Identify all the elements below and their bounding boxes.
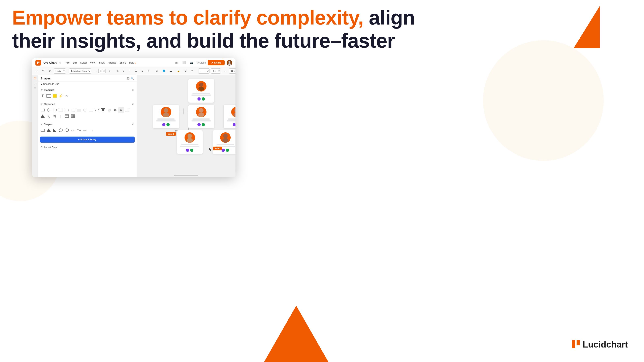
fc-rect2[interactable]: [58, 107, 64, 113]
menu-help[interactable]: Help ●: [129, 61, 136, 64]
underline-btn[interactable]: U: [127, 68, 132, 74]
menu-arrange[interactable]: Arrange: [108, 61, 116, 64]
lock-btn[interactable]: 🔒: [175, 68, 182, 74]
monitor-icon[interactable]: ⬜: [181, 60, 187, 65]
camera-icon[interactable]: 📷: [189, 60, 194, 65]
fc-table2[interactable]: [70, 113, 76, 119]
fc-rect3[interactable]: [70, 107, 76, 113]
menu-edit[interactable]: Edit: [73, 61, 77, 64]
fc-rect4[interactable]: [76, 107, 82, 113]
redo-btn[interactable]: ↪: [40, 68, 46, 74]
undo-btn[interactable]: ↩: [34, 68, 39, 74]
fc-diamond[interactable]: [46, 107, 52, 113]
flowchart-close-icon[interactable]: ✕: [132, 103, 134, 106]
s-pentagon[interactable]: [58, 127, 64, 133]
ceo-badge-2: [202, 97, 205, 100]
fc-rect6[interactable]: [124, 107, 130, 113]
shape-text[interactable]: T: [40, 93, 46, 99]
standard-section-header[interactable]: ▼ Standard ✕: [38, 88, 137, 92]
fc-triangle[interactable]: [100, 107, 106, 113]
svg-point-29: [163, 113, 169, 117]
fc-x-circle[interactable]: ⊗: [118, 107, 124, 113]
s-rect[interactable]: [40, 127, 46, 133]
fill-btn[interactable]: 🪣: [160, 68, 167, 74]
font-select[interactable]: Liberation Sans: [69, 68, 91, 74]
emp2-node[interactable]: [212, 130, 236, 154]
import-data-row[interactable]: ↧ Import Data: [38, 144, 137, 150]
flowchart-section-header[interactable]: ▼ Flowchart ✕: [38, 102, 137, 106]
shape-library-button[interactable]: + Shape Library: [40, 137, 135, 143]
user-avatar[interactable]: [226, 60, 232, 65]
emp2-badge-2: [226, 149, 229, 152]
line-weight-select[interactable]: 1 px: [211, 68, 221, 74]
grid-icon[interactable]: ⊞: [174, 60, 179, 65]
fc-parallelogram[interactable]: [64, 107, 70, 113]
font-increase-btn[interactable]: +: [107, 68, 112, 74]
fc-table[interactable]: [64, 113, 70, 119]
line-select[interactable]: ——: [198, 68, 210, 74]
fc-plus[interactable]: ⊕: [112, 107, 118, 113]
grid-btn[interactable]: ⊞: [154, 68, 160, 74]
shapes-image-icon[interactable]: 🖼: [127, 77, 130, 80]
shape-note[interactable]: [52, 93, 58, 99]
menu-share[interactable]: Share: [120, 61, 126, 64]
line-end-btn[interactable]: ↔: [222, 68, 228, 74]
shapes-close-icon[interactable]: ✕: [132, 123, 134, 126]
sidebar-icon-shapes[interactable]: ⬡: [34, 76, 36, 80]
s-wave[interactable]: [76, 127, 82, 133]
highlight-btn[interactable]: ▬: [168, 68, 174, 74]
shapes-section-header[interactable]: ▼ Shapes ✕: [38, 122, 137, 126]
s-arc[interactable]: [70, 127, 76, 133]
arrow-select[interactable]: None: [229, 68, 236, 74]
sidebar-icon-data[interactable]: ≡: [34, 86, 36, 89]
layers-btn[interactable]: ⊙: [183, 68, 188, 74]
fc-rect5[interactable]: [88, 107, 94, 113]
sidebar-icon-pages[interactable]: □: [34, 81, 36, 84]
standard-close-icon[interactable]: ✕: [132, 89, 134, 91]
align-center-btn[interactable]: ↕: [146, 68, 151, 74]
shape-pencil[interactable]: ✏: [64, 93, 70, 99]
menu-insert[interactable]: Insert: [98, 61, 105, 64]
shapes-search-icon[interactable]: 🔍: [130, 77, 134, 80]
fc-triangle2[interactable]: [40, 113, 46, 119]
font-decrease-btn[interactable]: −: [92, 68, 97, 74]
s-hexagon[interactable]: [64, 127, 70, 133]
menu-select[interactable]: Select: [80, 61, 87, 64]
shape-rect[interactable]: [46, 93, 52, 99]
s-triangle[interactable]: [46, 127, 52, 133]
menu-view[interactable]: View: [90, 61, 96, 64]
style-select[interactable]: Body: [54, 68, 66, 74]
ceo-node[interactable]: [188, 79, 214, 103]
format-btn[interactable]: ⊙: [47, 68, 52, 74]
s-arrow[interactable]: [88, 127, 94, 133]
fc-bracket[interactable]: [: [58, 113, 64, 119]
fc-brace[interactable]: }{: [46, 113, 52, 119]
mgr2-node[interactable]: [188, 105, 214, 128]
pen-btn[interactable]: ✏: [190, 68, 195, 74]
emp1-node[interactable]: [177, 130, 203, 154]
fc-circle2[interactable]: [106, 107, 112, 113]
fc-circle[interactable]: [82, 107, 88, 113]
fc-oval[interactable]: [52, 107, 58, 113]
canvas-area[interactable]: Jared Ellen: [137, 75, 236, 177]
bold-btn[interactable]: B: [115, 68, 120, 74]
mgr3-node[interactable]: [224, 105, 236, 128]
star-icon[interactable]: ☆: [59, 61, 62, 64]
svg-marker-12: [59, 128, 62, 132]
mgr3-badges: [226, 123, 236, 126]
share-button[interactable]: ↗ Share: [208, 60, 224, 65]
shapes-in-use-row[interactable]: ▶ Shapes In Use: [38, 81, 137, 87]
font-size-input[interactable]: [98, 69, 106, 73]
menu-file[interactable]: File: [66, 61, 70, 64]
shape-lightning[interactable]: ⚡: [58, 93, 64, 99]
canvas-scrollbar[interactable]: [174, 175, 198, 176]
fc-rect[interactable]: [40, 107, 46, 113]
fc-equals[interactable]: ={: [52, 113, 58, 119]
s-right-triangle[interactable]: [52, 127, 58, 133]
s-arc2[interactable]: [82, 127, 88, 133]
mgr1-node[interactable]: [153, 105, 179, 128]
align-left-btn[interactable]: ≡: [140, 68, 144, 74]
fc-para2[interactable]: [94, 107, 100, 113]
font-color-btn[interactable]: A: [134, 68, 138, 74]
italic-btn[interactable]: I: [122, 68, 126, 74]
